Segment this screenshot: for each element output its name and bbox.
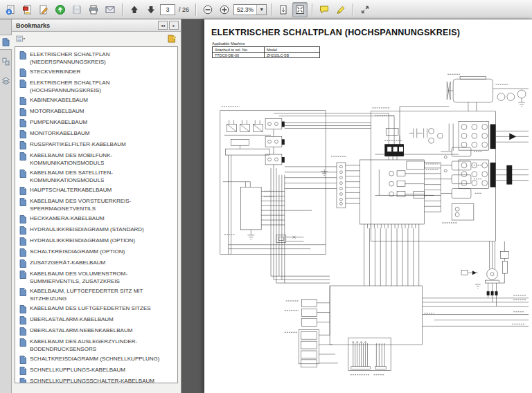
bookmark-page-icon (19, 338, 26, 347)
open-file-button[interactable] (3, 2, 18, 17)
envelope-icon (105, 4, 116, 15)
page-count-label: / 26 (179, 6, 189, 13)
email-button[interactable] (103, 2, 118, 17)
collapse-panel-button[interactable]: ◂◂ (158, 21, 168, 30)
bookmark-item[interactable]: MOTORKABELBAUM (19, 107, 176, 118)
bookmark-item[interactable]: KABELBAUM, LUFTGEFEDERTER SITZ MIT SITZH… (19, 286, 176, 304)
bookmark-item[interactable]: SCHALTKREISDIAGRAMM (OPTION) (19, 247, 176, 258)
bookmark-label: KABELBAUM DES VOLUMENSTROM-SUMMIERVENTIL… (30, 271, 161, 285)
print-button[interactable] (86, 2, 101, 17)
bookmark-label: KABELBAUM DES MOBILFUNK-KOMMUNIKATIONSMO… (30, 152, 161, 167)
bookmark-item[interactable]: HYDRAULIKKREISDIAGRAMM (OPTION) (19, 236, 176, 247)
create-pdf-button[interactable] (19, 2, 35, 17)
bookmark-page-icon (1, 37, 10, 47)
bookmark-page-icon (19, 367, 26, 375)
sidebar-tab-strip (0, 19, 12, 393)
bookmark-item[interactable]: ELEKTRISCHER SCHALTPLAN (HOCHSPANNUNGSKR… (19, 78, 176, 95)
zoom-level-select[interactable]: 52.3% ▼ (233, 4, 267, 15)
options-menu-icon (16, 35, 26, 43)
bookmark-label: MONITORKABELBAUM (30, 130, 161, 138)
bookmark-page-icon (19, 305, 26, 313)
bookmark-item[interactable]: ELEKTRISCHER SCHALTPLAN (NIEDERSPANNUNGS… (19, 50, 176, 67)
zoom-in-button[interactable] (217, 2, 232, 17)
toolbar-separator (353, 3, 353, 16)
bookmark-item[interactable]: KABELBAUM DES LUFTGEFEDERTEN SITZES (19, 304, 176, 315)
expand-arrows-icon (360, 4, 371, 15)
bookmark-page-icon (19, 80, 26, 88)
fullscreen-button[interactable] (357, 2, 373, 17)
machine-table-body-row: TTDC0-DE-00ZH210LC-5B (213, 53, 320, 58)
bookmark-item[interactable]: HECKKAMERA-KABELBAUM (19, 214, 176, 225)
fit-window-button[interactable] (292, 2, 308, 17)
bookmark-item[interactable]: SCHNELLKUPPLUNGSSCHALTER-KABELBAUM (19, 376, 176, 383)
zoom-out-button[interactable] (200, 2, 215, 17)
bookmark-page-icon (19, 119, 26, 127)
expand-panel-button[interactable]: ▸ (169, 21, 179, 30)
bookmark-item[interactable]: ÜBERLASTALARM-KABELBAUM (19, 315, 176, 326)
bookmark-item[interactable]: KABELBAUM DES MOBILFUNK-KOMMUNIKATIONSMO… (19, 151, 176, 168)
pdf-page: ELEKTRISCHER SCHALTPLAN (HOCHSPANNUNGSKR… (204, 19, 532, 393)
save-floppy-icon (71, 4, 82, 15)
bookmark-item[interactable]: ÜBERLASTALARM-NEBENKABELBAUM (19, 326, 176, 337)
chevron-down-icon[interactable]: ▼ (256, 5, 266, 15)
bookmark-item[interactable]: HAUPTSCHALTERKABELBAUM (19, 185, 176, 196)
bookmark-item[interactable]: KABINENKABELBAUM (19, 95, 176, 107)
document-canvas[interactable]: ELEKTRISCHER SCHALTPLAN (HOCHSPANNUNGSKR… (181, 19, 532, 393)
bookmark-item[interactable]: ZUSATZGERÄT-KABELBAUM (19, 258, 176, 269)
toolbar-separator (122, 3, 123, 16)
bookmark-item[interactable]: MONITORKABELBAUM (19, 129, 176, 140)
new-bookmark-button[interactable] (167, 35, 177, 43)
bookmark-label: ZUSATZGERÄT-KABELBAUM (30, 259, 161, 267)
share-upload-button[interactable] (53, 2, 68, 17)
bookmark-item[interactable]: RUSSPARTIKELFILTER-KABELBAUM (19, 140, 176, 151)
speech-bubble-icon (319, 4, 330, 15)
zoom-level-value: 52.3% (234, 6, 256, 13)
bookmark-label: KABELBAUM DES AUSLEGERZYLINDER-BODENDRUC… (30, 338, 161, 353)
bookmark-item[interactable]: KABELBAUM DES AUSLEGERZYLINDER-BODENDRUC… (19, 337, 176, 354)
edit-document-button[interactable] (36, 2, 51, 17)
bookmark-page-icon (19, 237, 26, 246)
bookmark-page-icon (19, 170, 26, 178)
layers-tab[interactable] (0, 73, 12, 89)
bookmarks-panel-header: Bookmarks ◂◂ ▸ (12, 19, 181, 32)
toolbar-separator (271, 3, 272, 16)
add-comment-button[interactable] (317, 2, 332, 17)
bookmark-options-button[interactable] (16, 35, 26, 43)
bookmark-item[interactable]: PUMPENKABELBAUM (19, 118, 176, 129)
toolbar-separator (312, 3, 312, 16)
bookmark-label: KABELBAUM, LUFTGEFEDERTER SITZ MIT SITZH… (30, 288, 161, 302)
highlight-text-button[interactable] (333, 2, 348, 17)
bookmark-label: SCHALTKREISDIAGRAMM (SCHNELLKUPPLUNG) (30, 356, 161, 363)
bookmark-item[interactable]: SCHNELLKUPPLUNGS-KABELBAUM (19, 365, 176, 376)
arrow-down-icon (145, 4, 157, 15)
bookmark-item[interactable]: STECKVERBINDER (19, 67, 176, 78)
bookmark-item[interactable]: KABELBAUM DES VOLUMENSTROM-SUMMIERVENTIL… (19, 269, 176, 286)
scroll-mode-button[interactable] (276, 2, 291, 17)
bookmarks-tab[interactable] (0, 35, 12, 50)
bookmark-page-icon (19, 248, 26, 257)
bookmark-page-icon (19, 141, 26, 149)
bookmark-page-icon (19, 198, 26, 206)
bookmark-label: RUSSPARTIKELFILTER-KABELBAUM (30, 141, 161, 149)
bookmark-label: ELEKTRISCHER SCHALTPLAN (NIEDERSPANNUNGS… (30, 51, 161, 66)
bookmark-label: PUMPENKABELBAUM (30, 119, 161, 127)
bookmark-item[interactable]: SCHALTKREISDIAGRAMM (SCHNELLKUPPLUNG) (19, 354, 176, 365)
page-thumbnails-tab[interactable] (0, 54, 12, 69)
bookmark-item[interactable]: HYDRAULIKKREISDIAGRAMM (STANDARD) (19, 225, 176, 236)
next-page-button[interactable] (143, 2, 159, 17)
bookmark-label: HYDRAULIKKREISDIAGRAMM (STANDARD) (30, 226, 161, 234)
save-button[interactable] (69, 2, 85, 17)
bookmark-page-icon (19, 226, 26, 235)
bookmark-item[interactable]: KABELBAUM DES VORSTEUERKREIS-SPERRMAGNET… (19, 196, 176, 214)
toolbar-separator (195, 3, 196, 16)
page-scroll-icon (278, 4, 289, 15)
bookmark-label: KABELBAUM DES SATELLITEN-KOMMUNIKATIONSM… (30, 170, 161, 184)
bookmark-label: KABINENKABELBAUM (30, 97, 161, 104)
edit-pencil-icon (38, 4, 49, 15)
bookmark-label: MOTORKABELBAUM (30, 108, 161, 116)
machine-table-head-row: Attached to vol. No.Model (213, 47, 320, 53)
page-number-input[interactable] (160, 4, 175, 15)
bookmark-item[interactable]: KABELBAUM DES SATELLITEN-KOMMUNIKATIONSM… (19, 168, 176, 185)
previous-page-button[interactable] (127, 2, 142, 17)
bookmarks-panel-toolbar (12, 32, 181, 45)
